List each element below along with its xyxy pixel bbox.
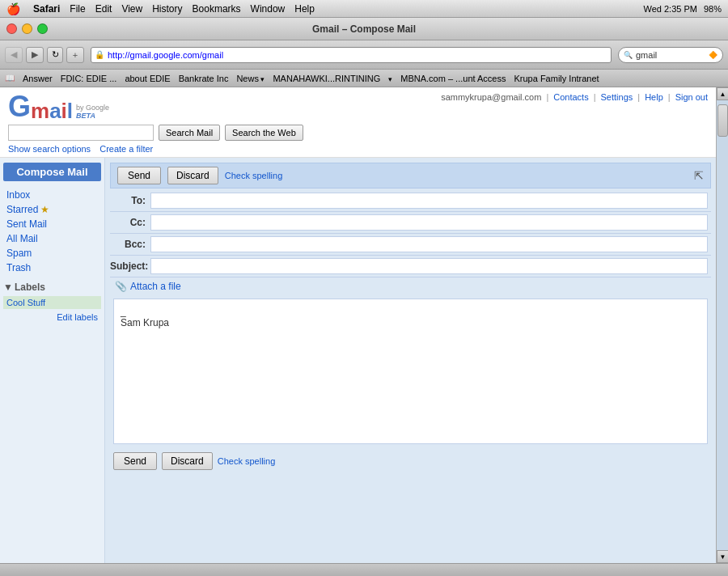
search-submit-icon[interactable]: 🔶 bbox=[709, 51, 717, 59]
subject-input[interactable] bbox=[150, 258, 708, 274]
to-input[interactable] bbox=[150, 193, 708, 209]
bookmarks-bar: 📖 Answer FDIC: EDIE ... about EDIE Bankr… bbox=[0, 70, 728, 87]
status-bar bbox=[0, 563, 728, 576]
sidebar-item-spam[interactable]: Spam bbox=[3, 246, 101, 260]
discard-button-bottom[interactable]: Discard bbox=[162, 452, 213, 470]
compose-mail-button[interactable]: Compose Mail bbox=[3, 163, 101, 181]
sign-out-link[interactable]: Sign out bbox=[675, 92, 708, 102]
edit-labels-link[interactable]: Edit labels bbox=[53, 311, 101, 324]
bookmark-bankrate[interactable]: Bankrate Inc bbox=[179, 74, 229, 83]
label-cool-stuff[interactable]: Cool Stuff bbox=[3, 296, 101, 309]
gmail-main: Compose Mail Inbox Starred ★ Sent Mail A… bbox=[0, 158, 716, 563]
bookmark-news[interactable]: News bbox=[236, 74, 265, 83]
title-bar: Gmail – Compose Mail bbox=[0, 18, 728, 40]
menubar: 🍎 Safari File Edit View History Bookmark… bbox=[0, 0, 728, 18]
compose-bottom: Send Discard Check spelling bbox=[110, 447, 711, 475]
scroll-down-button[interactable]: ▼ bbox=[717, 550, 728, 563]
sidebar-item-trash[interactable]: Trash bbox=[3, 260, 101, 275]
attach-file-link[interactable]: Attach a file bbox=[130, 281, 181, 292]
menu-edit[interactable]: Edit bbox=[95, 3, 112, 15]
compose-form: To: Cc: Bcc: Subject: bbox=[110, 190, 711, 277]
labels-header[interactable]: ▼ Labels bbox=[3, 282, 101, 293]
cc-row: Cc: bbox=[110, 212, 711, 234]
menu-history[interactable]: History bbox=[152, 3, 182, 15]
search-field[interactable]: gmail bbox=[636, 50, 705, 60]
send-button-bottom[interactable]: Send bbox=[113, 452, 157, 470]
menubar-left: 🍎 Safari File Edit View History Bookmark… bbox=[6, 2, 315, 15]
menubar-right: Wed 2:35 PM 98% bbox=[644, 4, 722, 14]
browser-window: Gmail – Compose Mail ◀ ▶ ↻ + 🔒 http://gm… bbox=[0, 18, 728, 576]
bookmarks-icon: 📖 bbox=[5, 74, 15, 83]
paperclip-icon: 📎 bbox=[115, 281, 127, 292]
sidebar-item-sent[interactable]: Sent Mail bbox=[3, 217, 101, 231]
refresh-button[interactable]: ↻ bbox=[47, 47, 63, 63]
sidebar-item-inbox[interactable]: Inbox bbox=[3, 188, 101, 202]
cc-label: Cc: bbox=[110, 217, 150, 228]
forward-button[interactable]: ▶ bbox=[26, 47, 44, 63]
scrollbar[interactable]: ▲ ▼ bbox=[716, 87, 728, 563]
gmail-search-input[interactable] bbox=[8, 125, 154, 141]
bookmark-answer[interactable]: Answer bbox=[23, 74, 53, 83]
help-link[interactable]: Help bbox=[645, 92, 663, 102]
labels-title: Labels bbox=[15, 282, 45, 293]
show-search-options-link[interactable]: Show search options bbox=[8, 144, 91, 154]
logo-i: i bbox=[61, 100, 67, 121]
sidebar-item-starred[interactable]: Starred ★ bbox=[3, 202, 101, 217]
bookmark-mbna[interactable]: MBNA.com – ...unt Access bbox=[400, 74, 506, 83]
check-spelling-link-top[interactable]: Check spelling bbox=[225, 171, 283, 180]
menu-view[interactable]: View bbox=[121, 3, 142, 15]
browser-search[interactable]: 🔍 gmail 🔶 bbox=[618, 47, 723, 63]
logo-m: m bbox=[31, 100, 49, 121]
logo-l: l bbox=[67, 100, 73, 121]
address-bar[interactable]: 🔒 http://gmail.google.com/gmail bbox=[91, 47, 612, 63]
expand-compose-icon[interactable]: ⇱ bbox=[694, 169, 704, 182]
bookmark-manahawki[interactable]: MANAHAWKI...RINTINING bbox=[273, 74, 380, 83]
menu-help[interactable]: Help bbox=[294, 3, 315, 15]
menu-bookmarks[interactable]: Bookmarks bbox=[193, 3, 241, 15]
gmail-area: G m a i l by Google BETA sammykrupa@gmai… bbox=[0, 87, 716, 563]
compose-area: Send Discard Check spelling ⇱ To: Cc: bbox=[105, 158, 716, 563]
message-body[interactable]: _ Sam Krupa bbox=[113, 299, 708, 444]
window-title: Gmail – Compose Mail bbox=[312, 23, 416, 35]
menu-clock: Wed 2:35 PM bbox=[644, 4, 697, 14]
minimize-button[interactable] bbox=[22, 23, 32, 34]
bookmark-fdic[interactable]: FDIC: EDIE ... bbox=[61, 74, 117, 83]
cc-input[interactable] bbox=[150, 214, 708, 231]
search-web-button[interactable]: Search the Web bbox=[225, 125, 303, 141]
gmail-logo: G m a i l by Google BETA bbox=[8, 92, 109, 121]
scroll-up-button[interactable]: ▲ bbox=[717, 87, 728, 100]
search-mail-button[interactable]: Search Mail bbox=[159, 125, 220, 141]
maximize-button[interactable] bbox=[37, 23, 48, 34]
to-row: To: bbox=[110, 190, 711, 212]
menu-window[interactable]: Window bbox=[251, 3, 286, 15]
send-button-top[interactable]: Send bbox=[117, 167, 161, 184]
bookmark-krupa[interactable]: Krupa Family Intranet bbox=[514, 74, 599, 83]
by-google-text: by Google bbox=[76, 104, 109, 112]
create-filter-link[interactable]: Create a filter bbox=[99, 144, 153, 154]
labels-section: ▼ Labels Cool Stuff Edit labels bbox=[3, 282, 101, 309]
menu-safari[interactable]: Safari bbox=[33, 3, 60, 15]
gmail-options-row: Show search options Create a filter bbox=[8, 144, 708, 157]
page-content: G m a i l by Google BETA sammykrupa@gmai… bbox=[0, 87, 728, 563]
scroll-thumb[interactable] bbox=[717, 104, 728, 137]
discard-button-top[interactable]: Discard bbox=[167, 167, 218, 184]
user-email: sammykrupa@gmail.com bbox=[441, 92, 541, 102]
to-label: To: bbox=[110, 195, 150, 206]
settings-link[interactable]: Settings bbox=[601, 92, 633, 102]
bcc-input[interactable] bbox=[150, 236, 708, 252]
subject-label: Subject: bbox=[110, 260, 150, 272]
back-button[interactable]: ◀ bbox=[5, 47, 23, 63]
scroll-track[interactable] bbox=[717, 100, 728, 550]
bookmark-rintining[interactable] bbox=[388, 74, 392, 83]
check-spelling-link-bottom[interactable]: Check spelling bbox=[218, 456, 276, 466]
contacts-link[interactable]: Contacts bbox=[553, 92, 588, 102]
new-tab-button[interactable]: + bbox=[66, 47, 84, 63]
bookmark-about-edie[interactable]: about EDIE bbox=[125, 74, 170, 83]
close-button[interactable] bbox=[6, 23, 17, 34]
menu-file[interactable]: File bbox=[70, 3, 85, 15]
sidebar-item-all[interactable]: All Mail bbox=[3, 231, 101, 246]
menu-battery: 98% bbox=[704, 4, 722, 14]
apple-icon[interactable]: 🍎 bbox=[6, 2, 20, 15]
starred-label: Starred bbox=[6, 204, 38, 215]
gmail-header: G m a i l by Google BETA sammykrupa@gmai… bbox=[0, 87, 716, 158]
